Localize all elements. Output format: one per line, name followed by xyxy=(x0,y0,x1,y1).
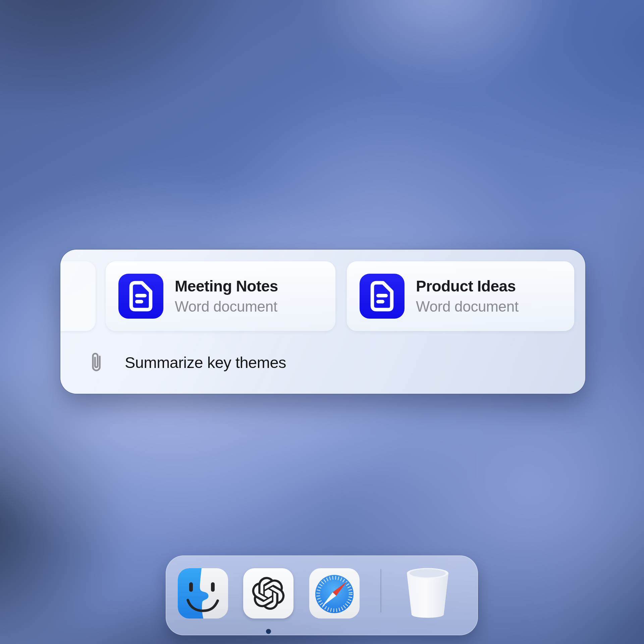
prompt-input[interactable]: Summarize key themes xyxy=(89,350,286,375)
dock-separator xyxy=(380,569,381,612)
desktop: Meeting Notes Word document Product Idea… xyxy=(0,0,644,644)
attachment-title: Product Ideas xyxy=(416,277,519,295)
attachment-chip-product-ideas[interactable]: Product Ideas Word document xyxy=(347,261,574,331)
dock xyxy=(166,555,478,635)
trash-icon[interactable] xyxy=(405,566,450,621)
attachment-chip-partial[interactable] xyxy=(60,261,96,331)
attachment-title: Meeting Notes xyxy=(175,277,278,295)
document-icon xyxy=(118,274,163,319)
finder-icon[interactable] xyxy=(178,568,228,619)
prompt-text: Summarize key themes xyxy=(125,353,286,372)
attachment-subtitle: Word document xyxy=(175,298,278,315)
paperclip-icon xyxy=(89,351,105,373)
safari-icon[interactable] xyxy=(309,568,360,619)
attachment-subtitle: Word document xyxy=(416,298,519,315)
document-icon xyxy=(360,274,405,319)
attachment-chip-meeting-notes[interactable]: Meeting Notes Word document xyxy=(106,261,335,331)
chatgpt-icon[interactable] xyxy=(243,568,293,619)
running-indicator-dot xyxy=(266,629,271,634)
assistant-prompt-card: Meeting Notes Word document Product Idea… xyxy=(60,250,585,394)
